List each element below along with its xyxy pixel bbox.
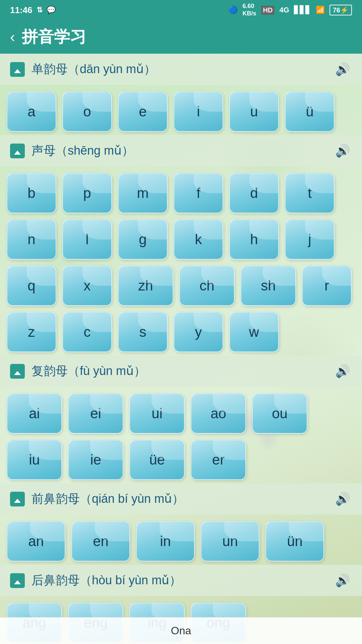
btn-l[interactable]: l (62, 219, 112, 260)
btn-g[interactable]: g (118, 219, 168, 260)
btn-a[interactable]: a (7, 92, 56, 132)
btn-b[interactable]: b (7, 173, 56, 213)
sound-button-4[interactable]: 🔊 (333, 492, 352, 506)
signal-bars-icon: ▋▋▋ (294, 6, 311, 14)
btn-y[interactable]: y (174, 312, 223, 352)
data-speed: 6.60KB/s (242, 3, 256, 17)
btn-un[interactable]: un (201, 521, 259, 561)
bookmark-icon-1 (10, 62, 25, 77)
btn-s[interactable]: s (118, 312, 168, 352)
btn-o[interactable]: o (62, 92, 112, 132)
btn-p[interactable]: p (62, 173, 112, 213)
btn-x[interactable]: x (62, 266, 112, 306)
status-right: 🔵 6.60KB/s HD 4G ▋▋▋ 📶 76⚡ (229, 3, 352, 17)
btn-e[interactable]: e (118, 92, 168, 132)
section-title-4: 前鼻韵母（qián bí yùn mǔ） (32, 491, 184, 507)
btn-ch[interactable]: ch (179, 266, 235, 306)
section-qian-bi-yun-mu: 前鼻韵母（qián bí yùn mǔ） 🔊 an en in un ün (0, 483, 362, 565)
sound-button-1[interactable]: 🔊 (333, 62, 352, 77)
bookmark-icon-4 (10, 492, 25, 506)
wifi-icon: 📶 (316, 6, 325, 14)
btn-r[interactable]: r (302, 266, 352, 306)
btn-iu[interactable]: iu (7, 440, 62, 480)
buttons-dan-yun-mu: a o e i u ü (0, 85, 362, 135)
btn-d[interactable]: d (229, 173, 279, 213)
btn-n[interactable]: n (7, 219, 56, 260)
signal-4g-icon: 4G (279, 6, 289, 14)
btn-zh[interactable]: zh (118, 266, 173, 306)
btn-ou[interactable]: ou (252, 393, 307, 434)
btn-en[interactable]: en (71, 521, 130, 561)
main-content: 单韵母（dān yùn mǔ） 🔊 a o e i u ü 声母（shēng m… (0, 54, 362, 644)
btn-in[interactable]: in (136, 521, 195, 561)
section-title-1: 单韵母（dān yùn mǔ） (32, 61, 156, 77)
buttons-fu-yun-mu: ai ei ui ao ou iu ie üe er (0, 387, 362, 483)
section-header-hou-bi-yun-mu: 后鼻韵母（hòu bí yùn mǔ） 🔊 (0, 565, 362, 596)
btn-an[interactable]: an (7, 521, 65, 561)
sound-button-2[interactable]: 🔊 (333, 144, 352, 158)
btn-ue-umlaut[interactable]: üe (129, 440, 185, 480)
btn-sh[interactable]: sh (241, 266, 296, 306)
section-header-fu-yun-mu: 复韵母（fù yùn mǔ） 🔊 (0, 356, 362, 387)
battery-icon: 76⚡ (329, 5, 352, 15)
btn-k[interactable]: k (174, 219, 223, 260)
btn-ei[interactable]: ei (68, 393, 123, 434)
btn-t[interactable]: t (285, 173, 335, 213)
hd-icon: HD (261, 6, 275, 15)
btn-j[interactable]: j (285, 219, 335, 260)
bookmark-icon-2 (10, 144, 25, 158)
app-header: ‹ 拼音学习 (0, 20, 362, 54)
btn-h[interactable]: h (229, 219, 279, 260)
btn-er[interactable]: er (191, 440, 246, 480)
buttons-sheng-mu: b p m f d t n l g k h j q x zh ch sh r z… (0, 166, 362, 356)
bookmark-icon-3 (10, 364, 25, 379)
btn-q[interactable]: q (7, 266, 56, 306)
btn-ao[interactable]: ao (191, 393, 246, 434)
section-title-5: 后鼻韵母（hòu bí yùn mǔ） (32, 572, 181, 589)
section-title-2: 声母（shēng mǔ） (32, 143, 134, 159)
buttons-qian-bi-yun-mu: an en in un ün (0, 515, 362, 565)
bottom-nav-label: Ona (171, 625, 191, 637)
sound-button-3[interactable]: 🔊 (333, 364, 352, 379)
btn-un-umlaut[interactable]: ün (265, 521, 324, 561)
bluetooth-icon: 🔵 (229, 6, 238, 14)
time: 11:46 (10, 5, 33, 15)
btn-c[interactable]: c (62, 312, 112, 352)
section-sheng-mu: 声母（shēng mǔ） 🔊 b p m f d t n l g k h j q… (0, 135, 362, 356)
btn-ui[interactable]: ui (129, 393, 185, 434)
btn-ai[interactable]: ai (7, 393, 62, 434)
section-title-3: 复韵母（fù yùn mǔ） (32, 363, 146, 379)
btn-w[interactable]: w (229, 312, 279, 352)
notification-icon: 💬 (47, 6, 56, 14)
section-fu-yun-mu: 复韵母（fù yùn mǔ） 🔊 ai ei ui ao ou iu ie üe… (0, 356, 362, 483)
section-header-sheng-mu: 声母（shēng mǔ） 🔊 (0, 135, 362, 166)
page-title: 拼音学习 (22, 26, 86, 48)
bookmark-icon-5 (10, 573, 25, 588)
status-bar: 11:46 ⇅ 💬 🔵 6.60KB/s HD 4G ▋▋▋ 📶 76⚡ (0, 0, 362, 20)
bottom-nav: Ona (0, 617, 362, 644)
btn-i[interactable]: i (174, 92, 223, 132)
btn-u-umlaut[interactable]: ü (285, 92, 335, 132)
sound-button-5[interactable]: 🔊 (333, 573, 352, 588)
btn-f[interactable]: f (174, 173, 223, 213)
section-header-qian-bi-yun-mu: 前鼻韵母（qián bí yùn mǔ） 🔊 (0, 483, 362, 515)
status-left: 11:46 ⇅ 💬 (10, 5, 56, 15)
usb-icon: ⇅ (37, 6, 43, 14)
btn-m[interactable]: m (118, 173, 168, 213)
back-button[interactable]: ‹ (10, 29, 15, 45)
btn-z[interactable]: z (7, 312, 56, 352)
section-dan-yun-mu: 单韵母（dān yùn mǔ） 🔊 a o e i u ü (0, 54, 362, 135)
btn-u[interactable]: u (229, 92, 279, 132)
btn-ie[interactable]: ie (68, 440, 123, 480)
section-header-dan-yun-mu: 单韵母（dān yùn mǔ） 🔊 (0, 54, 362, 85)
